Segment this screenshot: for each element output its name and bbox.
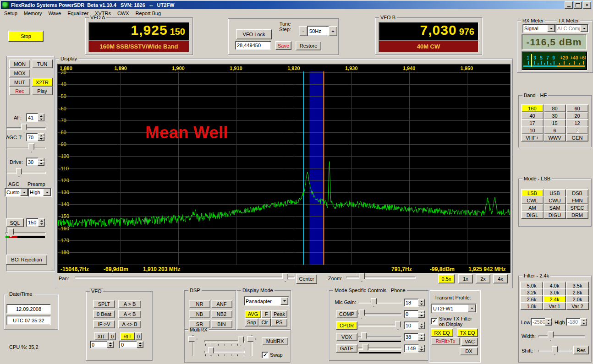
menu-item-setup[interactable]: Setup	[1, 10, 21, 17]
zoom-2x-button[interactable]: 2x	[476, 274, 490, 283]
bci-rejection-button[interactable]: BCI Rejection	[6, 255, 47, 265]
sql-button[interactable]: SQL	[6, 218, 24, 227]
display-mode-clr-button[interactable]: Clr	[258, 318, 271, 326]
band-10-button[interactable]: 10	[521, 126, 544, 134]
rit-button[interactable]: RIT	[120, 332, 135, 340]
sql-slider-thumb[interactable]	[8, 228, 14, 238]
center-button[interactable]: Center	[296, 274, 317, 284]
zoom-slider-track[interactable]	[346, 277, 416, 279]
mode-cwl-button[interactable]: CWL	[521, 196, 544, 204]
msc-comp-spinner[interactable]: 0	[404, 310, 425, 318]
drive-slider-track[interactable]	[6, 172, 46, 174]
sql-spinner-down[interactable]	[38, 222, 45, 227]
mode-spec-button[interactable]: SPEC	[566, 204, 588, 212]
msc-mic-gain-spinner-down[interactable]	[418, 302, 425, 306]
tx-eq-button[interactable]: TX EQ	[457, 328, 478, 337]
dsp-nb-button[interactable]: NB	[189, 310, 210, 318]
mode-fmn-button[interactable]: FMN	[566, 196, 588, 204]
x2tr-button[interactable]: X2TR	[32, 78, 53, 87]
dsp-anf-button[interactable]: ANF	[211, 300, 232, 308]
band-30-button[interactable]: 30	[544, 112, 566, 120]
drive-spinner-down[interactable]	[38, 161, 44, 166]
mode-drm-button[interactable]: DRM	[566, 211, 588, 219]
agc-t-slider[interactable]	[6, 143, 46, 152]
msc-vox-spinner-down[interactable]	[418, 336, 425, 341]
vac-button[interactable]: VAC	[461, 337, 478, 346]
msc-cpdr-spinner[interactable]: 10	[404, 321, 425, 330]
msc-vox-button[interactable]: VOX	[336, 333, 357, 341]
rit-zero-button[interactable]: 0	[135, 332, 142, 340]
rit-spinner[interactable]: 0	[119, 341, 143, 348]
band-6-button[interactable]: 6	[544, 126, 566, 134]
zoom-0.5x-button[interactable]: 0.5x	[438, 274, 455, 283]
msc-mic-gain-spinner[interactable]: 18	[404, 299, 425, 307]
agc-select-arrow-icon[interactable]	[20, 189, 28, 196]
mut-button[interactable]: MUT	[9, 78, 30, 87]
drive-spinner[interactable]: 30	[26, 158, 44, 166]
tx-meter-select-arrow-icon[interactable]	[580, 25, 588, 32]
rx-eq-button[interactable]: RX EQ	[431, 328, 453, 337]
dsp-bin-button[interactable]: BIN	[211, 320, 232, 328]
filter-var-1-button[interactable]: Var 1	[543, 302, 566, 310]
band-20-button[interactable]: 20	[566, 112, 588, 120]
display-mode-peak-button[interactable]: Peak	[271, 310, 287, 318]
mode-usb-button[interactable]: USB	[544, 189, 566, 197]
msc-cpdr-spinner-down[interactable]	[418, 325, 425, 329]
filter-width-slider-track[interactable]	[538, 335, 585, 337]
rx-meter-select-arrow-icon[interactable]	[547, 25, 555, 32]
msc-comp-button[interactable]: COMP	[336, 310, 357, 318]
msc-cpdr-button[interactable]: CPDR	[336, 321, 357, 330]
mode-lsb-button[interactable]: LSB	[521, 189, 544, 197]
msc-gate-slider[interactable]	[358, 344, 401, 353]
filter-shift-slider[interactable]	[538, 346, 571, 355]
vfo-0-beat-button[interactable]: 0 Beat	[93, 310, 115, 318]
pan-slider[interactable]	[75, 273, 295, 282]
dx-button[interactable]: DX	[460, 347, 478, 355]
band-60-button[interactable]: 60	[566, 104, 588, 112]
mode-digl-button[interactable]: DIGL	[521, 211, 544, 219]
swap-checkbox[interactable]: ✓	[262, 352, 269, 359]
msc-cpdr-slider-track[interactable]	[358, 325, 401, 327]
mode-dsb-button[interactable]: DSB	[566, 189, 588, 197]
band-2-button[interactable]: 2	[566, 126, 588, 134]
msc-comp-slider[interactable]	[358, 310, 401, 318]
af-spinner-down[interactable]	[38, 117, 44, 121]
msc-mic-gain-slider-thumb[interactable]	[371, 298, 377, 307]
band-12-button[interactable]: 12	[566, 119, 588, 127]
vfo-b-display[interactable]: 7,030976	[379, 22, 478, 40]
dsp-nb2-button[interactable]: NB2	[211, 310, 232, 318]
filter-low-spinner[interactable]: -2580	[531, 318, 552, 326]
agc-t-spinner-down[interactable]	[38, 136, 44, 141]
menu-item-wave[interactable]: Wave	[45, 10, 64, 17]
transmit-profile-select-arrow-icon[interactable]	[468, 304, 476, 312]
filter-width-slider[interactable]	[538, 331, 585, 340]
pan-slider-track[interactable]	[75, 277, 295, 279]
msc-cpdr-slider[interactable]	[358, 321, 401, 330]
menu-item-cwx[interactable]: CWX	[114, 10, 132, 17]
msc-mic-gain-slider-track[interactable]	[358, 302, 401, 304]
multirx-level-slider[interactable]	[188, 335, 198, 356]
af-slider[interactable]	[6, 124, 46, 132]
zoom-1x-button[interactable]: 1x	[458, 274, 473, 283]
stop-button[interactable]: Stop	[8, 31, 44, 42]
agc-select[interactable]: Custo	[5, 188, 29, 197]
vfo-a-b-button[interactable]: A > B	[118, 300, 141, 308]
multirx-balance-slider-thumb[interactable]	[247, 336, 256, 342]
msc-vox-slider[interactable]	[358, 332, 401, 341]
minimize-button[interactable]	[565, 1, 573, 9]
drive-slider-thumb[interactable]	[16, 168, 22, 177]
mox-button[interactable]: MOX	[9, 69, 30, 77]
band-17-button[interactable]: 17	[521, 119, 544, 127]
drive-slider[interactable]	[6, 168, 46, 177]
mode-digu-button[interactable]: DIGU	[544, 211, 566, 219]
tun-button[interactable]: TUN	[32, 60, 53, 68]
menu-item-equalizer[interactable]: Equalizer	[64, 10, 92, 17]
rxfilt-tx-button[interactable]: RxFilt>Tx	[431, 337, 460, 345]
msc-gate-slider-thumb[interactable]	[362, 344, 368, 353]
vfo-a-b-button[interactable]: A <> B	[118, 320, 141, 328]
rec-button[interactable]: Rec	[9, 87, 30, 95]
filter-var-2-button[interactable]: Var 2	[566, 302, 589, 310]
display-mode-ps-button[interactable]: PS	[271, 318, 287, 326]
display-mode-select-arrow-icon[interactable]	[280, 297, 288, 305]
filter-width-slider-thumb[interactable]	[548, 331, 554, 341]
